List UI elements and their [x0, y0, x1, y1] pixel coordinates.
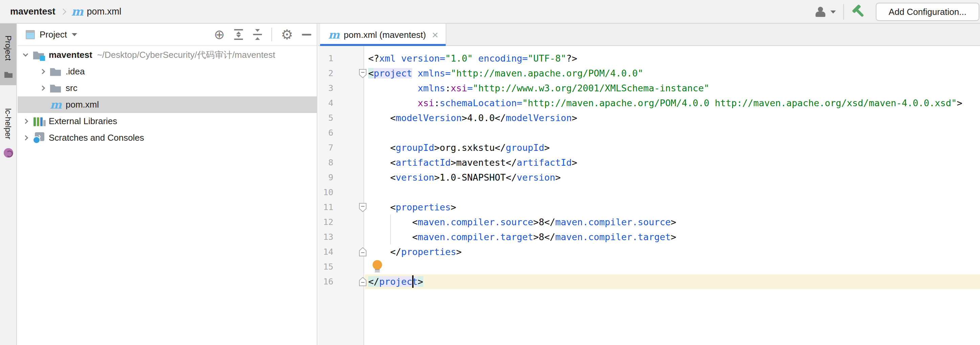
editor-tab-title: pom.xml (maventest)	[344, 30, 426, 40]
line-number: 14	[318, 245, 333, 259]
chevron-down-icon[interactable]	[21, 51, 30, 60]
line-number: 8	[318, 155, 333, 170]
breadcrumb-chevron-icon	[60, 8, 66, 14]
tree-item-label: maventest	[49, 50, 92, 60]
tree-item-pom-xml[interactable]: mpom.xml	[18, 96, 317, 113]
fold-start-icon[interactable]	[358, 202, 368, 212]
tree-item-label: src	[66, 83, 78, 93]
code-line-11: <properties>	[368, 200, 456, 215]
editor-area: m pom.xml (maventest) × 1<?xml version="…	[318, 24, 980, 345]
code-line-9: <version>1.0-SNAPSHOT</version>	[368, 170, 561, 185]
tree-item-external-libraries[interactable]: External Libraries	[18, 113, 317, 130]
code-line-4: xsi:schemaLocation="http://maven.apache.…	[368, 96, 963, 111]
toolbar-divider	[843, 4, 844, 20]
user-menu-button[interactable]	[815, 6, 836, 17]
fold-start-icon[interactable]	[358, 68, 368, 78]
tree-item-maventest[interactable]: maventest~/Desktop/CyberSecurity/代码审计/ma…	[18, 47, 317, 63]
expand-all-icon[interactable]	[234, 29, 243, 40]
project-tool-window: Project ⊕ ⚙ maventest~/Desktop/CyberSecu…	[18, 24, 317, 345]
line-number: 13	[318, 230, 333, 245]
code-line-2: <project xmlns="http://maven.apache.org/…	[368, 66, 643, 81]
chevron-right-icon[interactable]	[38, 67, 47, 76]
chevron-right-icon[interactable]	[21, 117, 30, 126]
line-number: 5	[318, 111, 333, 126]
code-line-16: </project>	[368, 274, 423, 289]
code-line-12: <maven.compiler.source>8</maven.compiler…	[368, 215, 676, 230]
toolbar-right: Add Configuration...	[815, 0, 980, 24]
project-panel-header: Project ⊕ ⚙	[18, 24, 317, 46]
editor-tab-pom-xml[interactable]: m pom.xml (maventest) ×	[320, 24, 446, 46]
line-number: 9	[318, 170, 333, 185]
code-editor[interactable]: 1<?xml version="1.0" encoding="UTF-8"?>2…	[318, 46, 980, 345]
line-number: 2	[318, 66, 333, 81]
tree-item-label: .idea	[66, 66, 84, 77]
line-number: 3	[318, 81, 333, 96]
line-number: 10	[318, 185, 333, 200]
settings-gear-icon[interactable]: ⚙	[281, 28, 293, 41]
code-line-1: <?xml version="1.0" encoding="UTF-8"?>	[368, 51, 577, 66]
tree-item--idea[interactable]: .idea	[18, 63, 317, 80]
tree-item-scratches-and-consoles[interactable]: Scratches and Consoles	[18, 130, 317, 146]
line-number: 12	[318, 215, 333, 230]
maven-icon: m	[49, 99, 62, 111]
code-line-8: <artifactId>maventest</artifactId>	[368, 155, 577, 170]
libraries-icon	[32, 116, 45, 127]
code-line-3: xmlns:xsi="http://www.w3.org/2001/XMLSch…	[368, 81, 709, 96]
project-panel-title[interactable]: Project	[40, 29, 67, 40]
breadcrumb-file[interactable]: pom.xml	[87, 6, 121, 17]
scratches-icon	[32, 132, 45, 144]
breadcrumb: maventest m pom.xml	[0, 6, 121, 17]
chevron-right-icon[interactable]	[38, 84, 47, 93]
user-icon	[815, 6, 828, 17]
intention-lightbulb-icon[interactable]	[372, 260, 382, 272]
project-view-icon	[26, 30, 35, 39]
fold-end-icon[interactable]	[358, 277, 368, 287]
project-panel-toolbar: ⊕ ⚙	[214, 28, 317, 41]
chevron-right-icon[interactable]	[21, 134, 30, 142]
navigation-bar: maventest m pom.xml Add Configuration...	[0, 0, 980, 24]
breadcrumb-project[interactable]: maventest	[10, 6, 56, 17]
text-caret	[412, 275, 414, 288]
add-configuration-button[interactable]: Add Configuration...	[876, 3, 979, 21]
hide-panel-icon[interactable]	[302, 34, 311, 35]
locate-file-icon[interactable]: ⊕	[214, 28, 225, 41]
tool-window-stripe: Project lc-helper	[0, 24, 17, 345]
maven-file-icon: m	[328, 29, 340, 40]
line-number: 11	[318, 200, 333, 215]
line-number: 16	[318, 274, 333, 289]
code-line-7: <groupId>org.sxkstu</groupId>	[368, 140, 550, 155]
build-hammer-icon[interactable]	[851, 4, 867, 20]
tree-item-label: External Libraries	[49, 116, 117, 127]
tree-spacer	[38, 100, 47, 109]
stripe-tab-project-label[interactable]: Project	[3, 35, 13, 61]
tree-item-path: ~/Desktop/CyberSecurity/代码审计/maventest	[97, 49, 275, 61]
code-line-14: </properties>	[368, 245, 461, 259]
maven-file-icon: m	[72, 6, 84, 17]
line-number: 15	[318, 259, 333, 274]
tree-item-label: Scratches and Consoles	[49, 133, 144, 143]
chevron-down-icon	[830, 11, 836, 14]
tree-item-label: pom.xml	[66, 99, 99, 110]
fold-end-icon[interactable]	[358, 247, 368, 257]
line-number: 4	[318, 96, 333, 111]
stripe-tab-lc-helper-label[interactable]: lc-helper	[3, 108, 13, 139]
collapse-all-icon[interactable]	[253, 29, 262, 40]
folder-icon	[49, 83, 62, 94]
line-number: 6	[318, 126, 333, 140]
plugin-icon	[4, 148, 13, 157]
toolbar-divider	[271, 28, 272, 41]
close-icon[interactable]: ×	[432, 29, 439, 40]
code-line-5: <modelVersion>4.0.0</modelVersion>	[368, 111, 577, 126]
tree-item-src[interactable]: src	[18, 80, 317, 96]
current-line-highlight	[365, 274, 980, 289]
editor-tab-bar: m pom.xml (maventest) ×	[318, 24, 980, 46]
folder-icon	[49, 66, 62, 78]
project-tree: maventest~/Desktop/CyberSecurity/代码审计/ma…	[18, 47, 317, 345]
ide-window: maventest m pom.xml Add Configuration...…	[0, 0, 980, 345]
project-folder-icon	[32, 49, 45, 61]
line-number: 7	[318, 140, 333, 155]
line-number: 1	[318, 51, 333, 66]
chevron-down-icon[interactable]	[72, 33, 77, 36]
code-line-13: <maven.compiler.target>8</maven.compiler…	[368, 230, 676, 245]
